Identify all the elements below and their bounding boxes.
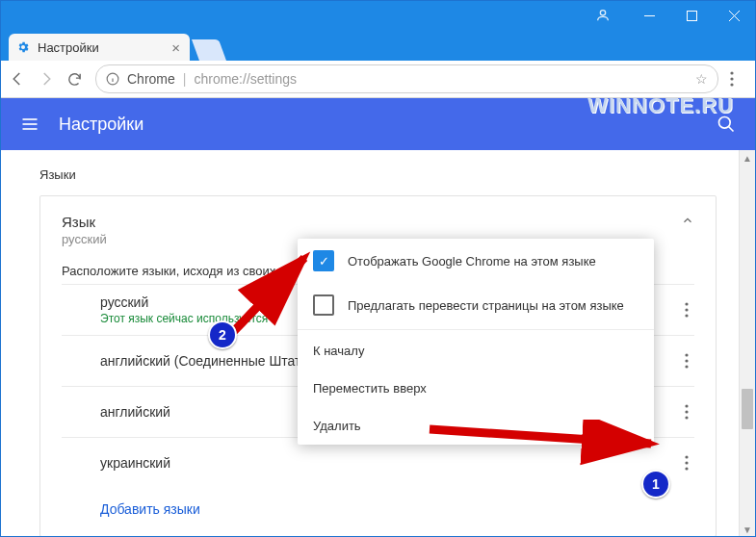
- profile-icon[interactable]: [595, 8, 611, 23]
- tab-title: Настройки: [38, 40, 99, 55]
- annotation-badge-1: 1: [641, 470, 670, 499]
- forward-button[interactable]: [38, 70, 55, 88]
- search-icon[interactable]: [717, 115, 736, 134]
- minimize-button[interactable]: [628, 1, 670, 30]
- svg-point-0: [600, 11, 605, 15]
- language-name: украинский: [100, 455, 170, 471]
- menu-icon[interactable]: [20, 115, 39, 134]
- card-subtitle: русский: [62, 232, 107, 246]
- content-area: ▲ ▼ Языки Язык русский Расположите языки…: [1, 150, 755, 537]
- svg-point-8: [730, 71, 733, 74]
- scrollbar[interactable]: ▲ ▼: [739, 150, 755, 537]
- svg-point-18: [685, 314, 688, 317]
- svg-rect-2: [687, 11, 696, 20]
- section-title: Языки: [39, 167, 717, 182]
- close-icon[interactable]: ×: [171, 39, 180, 56]
- svg-point-10: [730, 83, 733, 86]
- svg-point-23: [685, 410, 688, 413]
- checkbox-checked-icon[interactable]: ✓: [313, 250, 334, 271]
- menu-label: Предлагать перевести страницы на этом яз…: [348, 298, 624, 313]
- browser-window: Настройки × Chrome | chrome://settings ☆…: [0, 0, 756, 537]
- url-product: Chrome: [127, 71, 175, 87]
- svg-point-27: [685, 467, 688, 470]
- svg-point-25: [685, 455, 688, 458]
- svg-point-17: [685, 308, 688, 311]
- language-status: Этот язык сейчас используется: [100, 312, 268, 325]
- annotation-badge-2: 2: [208, 320, 237, 349]
- scroll-down-icon[interactable]: ▼: [740, 522, 755, 537]
- bookmark-icon[interactable]: ☆: [695, 71, 708, 87]
- menu-item-move-up[interactable]: Переместить вверх: [298, 370, 654, 407]
- language-name: русский: [100, 294, 268, 310]
- collapse-toggle[interactable]: [681, 214, 694, 227]
- url-path: chrome://settings: [194, 71, 297, 87]
- settings-header: Настройки: [1, 98, 755, 150]
- language-options-button[interactable]: [679, 449, 694, 476]
- tab-strip: Настройки ×: [1, 30, 755, 61]
- svg-point-14: [719, 117, 731, 129]
- svg-line-15: [729, 127, 734, 132]
- svg-point-19: [685, 353, 688, 356]
- maximize-button[interactable]: [670, 1, 713, 30]
- scroll-thumb[interactable]: [742, 389, 753, 429]
- language-options-button[interactable]: [679, 398, 694, 425]
- menu-item-to-top[interactable]: К началу: [298, 332, 654, 370]
- svg-point-26: [685, 461, 688, 464]
- svg-point-21: [685, 365, 688, 368]
- language-options-menu: ✓ Отображать Google Chrome на этом языке…: [298, 239, 654, 445]
- language-options-button[interactable]: [679, 296, 694, 323]
- card-title: Язык: [62, 214, 107, 230]
- site-info-icon[interactable]: [106, 72, 119, 86]
- svg-point-22: [685, 404, 688, 407]
- language-options-button[interactable]: [679, 347, 694, 374]
- language-name: английский (Соединенные Штаты): [100, 353, 315, 369]
- add-languages-link[interactable]: Добавить языки: [62, 488, 694, 519]
- menu-label: Отображать Google Chrome на этом языке: [348, 254, 596, 268]
- close-button[interactable]: [713, 1, 755, 30]
- gear-icon: [16, 40, 30, 54]
- back-button[interactable]: [9, 70, 26, 88]
- menu-item-offer-translate[interactable]: ✓ Предлагать перевести страницы на этом …: [298, 283, 654, 327]
- language-name: английский: [100, 404, 170, 420]
- new-tab-button[interactable]: [192, 39, 226, 61]
- chrome-menu-button[interactable]: [730, 71, 747, 87]
- checkbox-unchecked-icon[interactable]: ✓: [313, 294, 334, 316]
- tab-settings[interactable]: Настройки ×: [9, 34, 190, 61]
- nav-toolbar: Chrome | chrome://settings ☆: [1, 61, 755, 98]
- address-bar[interactable]: Chrome | chrome://settings ☆: [95, 64, 718, 93]
- svg-point-24: [685, 416, 688, 419]
- reload-button[interactable]: [66, 71, 84, 88]
- scroll-up-icon[interactable]: ▲: [740, 150, 755, 166]
- window-titlebar: [1, 1, 755, 30]
- menu-divider: [298, 329, 654, 330]
- menu-item-remove[interactable]: Удалить: [298, 407, 654, 445]
- svg-point-9: [730, 77, 733, 80]
- page-title: Настройки: [59, 115, 143, 135]
- svg-point-20: [685, 359, 688, 362]
- menu-item-display-chrome[interactable]: ✓ Отображать Google Chrome на этом языке: [298, 239, 654, 283]
- svg-point-16: [685, 302, 688, 305]
